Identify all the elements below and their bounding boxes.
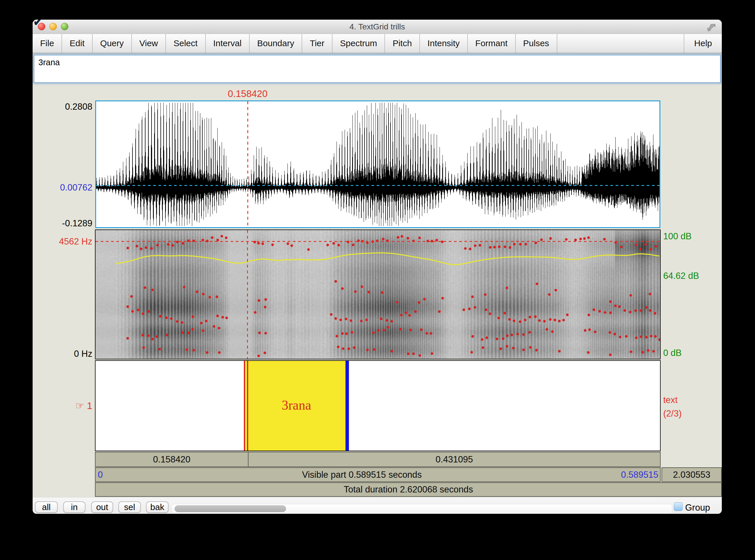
menu-interval[interactable]: Interval	[206, 34, 250, 53]
menu-pitch[interactable]: Pitch	[385, 34, 420, 53]
db-cursor-label: 64.62 dB	[663, 271, 699, 281]
wave-ymax-label: 0.2808	[33, 102, 93, 112]
menu-query[interactable]: Query	[93, 34, 132, 53]
interval-start-boundary[interactable]	[244, 361, 245, 451]
menu-help[interactable]: Help	[684, 34, 722, 53]
time-before-cursor-cell[interactable]: 0.158420	[96, 452, 248, 466]
menu-spectrum[interactable]: Spectrum	[332, 34, 385, 53]
zoom-all-button[interactable]: all	[35, 501, 58, 513]
total-duration-bar[interactable]: Total duration 2.620068 seconds	[95, 482, 722, 497]
menu-formant[interactable]: Formant	[468, 34, 516, 53]
selection-time-bar: 0.158420 0.431095	[95, 452, 661, 467]
textgrid-tier[interactable]: 3rana	[95, 360, 661, 451]
checkmark-icon: ✔	[33, 20, 42, 28]
tier-index: 1	[87, 400, 93, 411]
menu-boundary[interactable]: Boundary	[250, 34, 302, 53]
db-max-label: 100 dB	[663, 231, 692, 242]
zoom-in-button[interactable]: in	[63, 501, 85, 513]
spec-freq-cursor-label: 4562 Hz	[33, 236, 93, 247]
scrollbar-thumb[interactable]	[175, 505, 286, 512]
wave-cursor-value-label: 0.00762	[33, 182, 93, 193]
menu-file[interactable]: File	[33, 34, 62, 53]
visible-start-value: 0	[96, 469, 103, 480]
tier-name-label: text	[663, 395, 678, 405]
resize-icon[interactable]	[706, 22, 717, 32]
menu-edit[interactable]: Edit	[62, 34, 93, 53]
interval-end-boundary[interactable]	[345, 361, 349, 451]
waveform-canvas[interactable]	[96, 101, 659, 227]
cursor-boundary-line[interactable]	[247, 361, 248, 451]
tier-number-label[interactable]: ☞ 1	[33, 400, 93, 411]
title-bar[interactable]: 4. TextGrid trills	[33, 20, 722, 34]
db-min-label: 0 dB	[663, 348, 682, 358]
menu-select[interactable]: Select	[166, 34, 205, 53]
textgrid-editor-window: 4. TextGrid trills File Edit Query View …	[33, 20, 722, 514]
zoom-out-button[interactable]: out	[91, 501, 113, 513]
tier-position-label: (2/3)	[663, 408, 682, 419]
menu-view[interactable]: View	[132, 34, 166, 53]
wave-cursor-level-line	[96, 185, 659, 186]
time-cursor-spectrogram[interactable]	[247, 230, 248, 359]
time-cursor-waveform[interactable]	[247, 101, 248, 227]
pointing-finger-icon: ☞	[75, 400, 84, 411]
interval-text-value: 3rana	[34, 55, 720, 69]
horizontal-scrollbar[interactable]	[171, 504, 672, 514]
cursor-time-label: 0.158420	[228, 88, 268, 99]
wave-ymin-label: -0.1289	[33, 218, 93, 228]
visible-part-bar[interactable]: 0 Visible part 0.589515 seconds 0.589515	[95, 467, 661, 482]
group-checkbox-label: Group	[685, 503, 710, 513]
visible-end-value: 0.589515	[621, 469, 660, 480]
spec-freq-min-label: 0 Hz	[33, 349, 93, 359]
interval-label: 3rana	[282, 398, 311, 413]
interval-text-input[interactable]: 3rana	[34, 55, 721, 83]
menu-intensity[interactable]: Intensity	[420, 34, 468, 53]
zoom-back-button[interactable]: bak	[146, 501, 168, 513]
menu-tier[interactable]: Tier	[302, 34, 332, 53]
menu-bar: File Edit Query View Select Interval Bou…	[33, 34, 722, 54]
spec-freq-cursor-line	[96, 241, 660, 242]
group-checkbox[interactable]	[674, 502, 682, 511]
visible-part-label: Visible part 0.589515 seconds	[103, 469, 621, 480]
menu-pulses[interactable]: Pulses	[516, 34, 557, 53]
spectrogram-canvas[interactable]	[96, 230, 660, 359]
window-title: 4. TextGrid trills	[33, 20, 722, 34]
after-visible-bar[interactable]: 2.030553	[661, 467, 722, 482]
time-after-cursor-cell[interactable]: 0.431095	[248, 452, 660, 466]
zoom-selection-button[interactable]: sel	[118, 501, 141, 513]
